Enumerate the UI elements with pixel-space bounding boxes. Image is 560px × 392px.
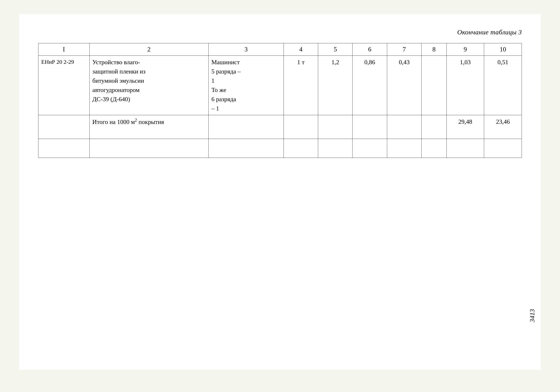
page: Окончание таблицы 3 I 2 3 4: [19, 14, 541, 370]
cell-row2-col2: Итого на 1000 м2 покрытия: [89, 115, 208, 139]
header-col-2: 2: [89, 43, 208, 56]
cell-row1-col10: 0,51: [484, 56, 522, 115]
table-row: ЕНиР 20 2-29 Устройство влаго- защитной …: [38, 56, 522, 115]
cell-row1-col9: 1,03: [446, 56, 484, 115]
table-row-empty: [38, 139, 522, 158]
header-col-10: 10: [484, 43, 522, 56]
cell-row1-col2: Устройство влаго- защитной пленки из бит…: [89, 56, 208, 115]
cell-row3-col10: [484, 139, 522, 158]
cell-row3-col2: [89, 139, 208, 158]
header-col-7: 7: [387, 43, 421, 56]
header-col-1: I: [38, 43, 90, 56]
table-wrapper: I 2 3 4 5 6 7 8 9 10 ЕНиР 20 2-29 Устрой…: [38, 43, 522, 158]
cell-row2-col7: [387, 115, 421, 139]
cell-row3-col8: [421, 139, 447, 158]
cell-row3-col7: [387, 139, 421, 158]
cell-row3-col3: [208, 139, 284, 158]
col3-line-6: – 1: [211, 105, 219, 112]
cell-row1-col5: 1,2: [318, 56, 352, 115]
table-row-total: Итого на 1000 м2 покрытия 29,48 23,46: [38, 115, 522, 139]
cell-row3-col4: [284, 139, 318, 158]
cell-row1-col4: 1 т: [284, 56, 318, 115]
cell-row3-col9: [446, 139, 484, 158]
header-col-8: 8: [421, 43, 447, 56]
text-line-3: битумной эмульсии: [92, 77, 144, 84]
col3-line-2: 5 разряда –: [211, 68, 241, 75]
header-col-6: 6: [352, 43, 387, 56]
cell-row2-col5: [318, 115, 352, 139]
text-line-4: автогудронатором: [92, 87, 140, 93]
cell-row2-col9: 29,48: [446, 115, 484, 139]
cell-row1-col8: [421, 56, 447, 115]
text-line-1: Устройство влаго-: [92, 59, 140, 66]
cell-row3-col5: [318, 139, 352, 158]
header-col-9: 9: [446, 43, 484, 56]
cell-row3-col1: [38, 139, 90, 158]
text-line-2: защитной пленки из: [92, 68, 146, 75]
col3-line-5: 6 разряда: [211, 96, 236, 103]
cell-row2-col1: [38, 115, 90, 139]
header-col-3: 3: [208, 43, 284, 56]
cell-row1-col1: ЕНиР 20 2-29: [38, 56, 90, 115]
table-header-row: I 2 3 4 5 6 7 8 9 10: [38, 43, 522, 56]
col3-line-1: Машинист: [211, 59, 240, 66]
cell-row2-col8: [421, 115, 447, 139]
col3-line-4: То же: [211, 87, 226, 93]
cell-row2-col10: 23,46: [484, 115, 522, 139]
header-col-4: 4: [284, 43, 318, 56]
main-table: I 2 3 4 5 6 7 8 9 10 ЕНиР 20 2-29 Устрой…: [38, 43, 522, 158]
cell-row1-col7: 0,43: [387, 56, 421, 115]
cell-row2-col6: [352, 115, 387, 139]
page-number: 3413: [529, 309, 536, 322]
cell-row1-col6: 0,86: [352, 56, 387, 115]
cell-row2-col4: [284, 115, 318, 139]
cell-row3-col6: [352, 139, 387, 158]
text-line-5: ДС-39 (Д-640): [92, 96, 130, 103]
table-title: Окончание таблицы 3: [38, 29, 522, 36]
col3-line-3: 1: [211, 77, 215, 84]
cell-row1-col3: Машинист 5 разряда – 1 То же 6 разряда –…: [208, 56, 284, 115]
cell-row2-col3: [208, 115, 284, 139]
header-col-5: 5: [318, 43, 352, 56]
total-label: Итого на 1000 м2 покрытия: [92, 118, 164, 125]
